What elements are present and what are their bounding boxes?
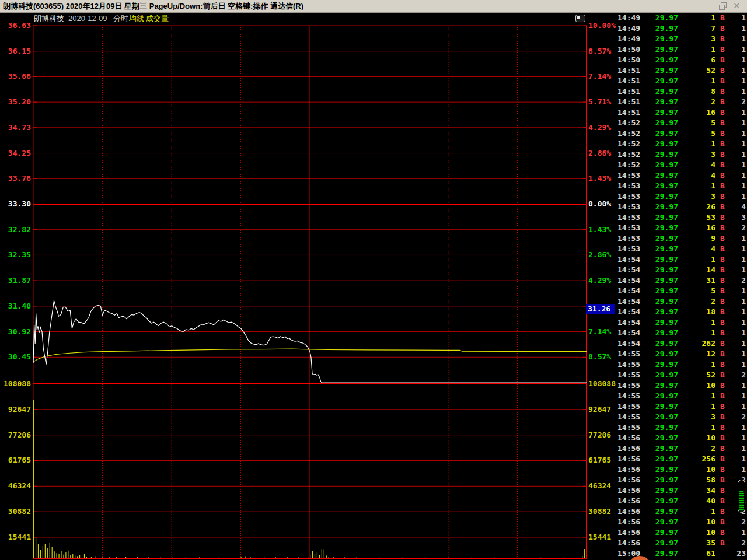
txn-count: 1: [727, 170, 746, 181]
transaction-list[interactable]: 14:4929.971B114:4929.977B114:4929.973B11…: [616, 13, 747, 560]
txn-price: 29.97: [645, 13, 678, 23]
txn-price: 29.97: [645, 443, 678, 454]
txn-volume: 58: [680, 475, 715, 485]
price-axis-label: 34.25: [1, 149, 31, 158]
txn-price: 29.97: [645, 286, 678, 296]
txn-time: 14:56: [617, 496, 642, 506]
txn-time: 14:53: [617, 233, 642, 244]
txn-time: 14:55: [617, 401, 642, 412]
txn-count: 1: [727, 128, 746, 139]
txn-row: 14:5629.9740B1: [616, 496, 747, 506]
txn-time: 14:54: [617, 328, 642, 338]
price-tag: 31.26: [586, 304, 615, 314]
txn-time: 14:51: [617, 76, 642, 86]
txn-count: 2: [727, 223, 746, 233]
txn-price: 29.97: [645, 548, 678, 559]
txn-row: 14:5129.9752B1: [616, 65, 747, 76]
percent-axis-label: 7.14%: [588, 327, 615, 337]
volume-axis-label: 108088: [588, 379, 615, 388]
txn-count: 1: [727, 527, 746, 538]
txn-time: 14:54: [617, 317, 642, 328]
txn-volume: 1: [680, 139, 715, 149]
txn-time: 14:54: [617, 338, 642, 349]
tdx-window: 朗博科技(603655) 2020年12月09日 星期三 PageUp/Down…: [0, 0, 747, 560]
txn-price: 29.97: [645, 202, 678, 212]
txn-time: 14:50: [617, 44, 642, 55]
txn-count: 1: [727, 76, 746, 86]
txn-row: 14:5329.979B1: [616, 233, 747, 244]
txn-count: 1: [727, 265, 746, 275]
txn-count: 1: [727, 107, 746, 118]
txn-time: 14:55: [617, 422, 642, 433]
volume-bar: [564, 558, 564, 558]
volume-bar: [96, 556, 96, 558]
txn-volume: 31: [680, 275, 715, 286]
txn-count: 4: [727, 202, 746, 212]
volume-bar: [77, 556, 78, 558]
txn-price: 29.97: [645, 107, 678, 118]
txn-count: 1: [727, 181, 746, 191]
volume-bar: [218, 557, 218, 558]
volume-bar: [425, 558, 426, 558]
volume-bar: [54, 551, 55, 558]
transaction-scrollbar[interactable]: [738, 480, 745, 513]
timeshare-chart[interactable]: [0, 13, 615, 560]
txn-volume: 1: [680, 181, 715, 191]
restore-window-icon[interactable]: [718, 2, 727, 10]
volume-bar: [40, 550, 41, 558]
volume-bar: [298, 557, 299, 558]
volume-axis-label: 15441: [1, 533, 31, 542]
volume-bar: [33, 400, 34, 558]
price-axis-label: 30.45: [1, 352, 31, 362]
txn-row: 14:5229.971B1: [616, 139, 747, 149]
volume-bar: [494, 558, 495, 558]
txn-price: 29.97: [645, 485, 678, 496]
txn-volume: 16: [680, 107, 715, 118]
txn-volume: 14: [680, 265, 715, 275]
txn-time: 14:49: [617, 13, 642, 23]
txn-row: 14:5529.971B1: [616, 401, 747, 412]
txn-volume: 256: [680, 454, 715, 464]
txn-row: 14:5329.973B1: [616, 191, 747, 202]
txn-price: 29.97: [645, 170, 678, 181]
scrollbar-thumb[interactable]: [739, 491, 744, 512]
txn-volume: 12: [680, 349, 715, 359]
price-axis-label: 33.78: [1, 174, 31, 183]
txn-price: 29.97: [645, 538, 678, 548]
txn-time: 14:54: [617, 265, 642, 275]
txn-row: 14:5329.971B1: [616, 181, 747, 191]
txn-count: 1: [727, 23, 746, 34]
window-title: 朗博科技(603655) 2020年12月09日 星期三 PageUp/Down…: [3, 1, 303, 12]
txn-time: 14:53: [617, 202, 642, 212]
txn-volume: 10: [680, 517, 715, 527]
txn-time: 14:54: [617, 254, 642, 265]
txn-time: 14:52: [617, 149, 642, 160]
percent-axis-label: 2.86%: [588, 149, 615, 158]
txn-time: 14:51: [617, 65, 642, 76]
txn-time: 14:50: [617, 55, 642, 65]
volume-bar: [287, 557, 288, 558]
txn-row: 14:5429.97262B1: [616, 338, 747, 349]
volume-axis-label: 92647: [1, 405, 31, 414]
close-window-icon[interactable]: ✕: [732, 2, 741, 10]
txn-count: 23: [727, 548, 746, 559]
txn-price: 29.97: [645, 160, 678, 170]
price-axis-label: 32.35: [1, 250, 31, 260]
txn-count: 1: [727, 149, 746, 160]
txn-price: 29.97: [645, 464, 678, 475]
txn-volume: 6: [680, 55, 715, 65]
volume-bar: [36, 538, 36, 558]
volume-bar: [319, 555, 320, 558]
txn-volume: 10: [680, 527, 715, 538]
volume-bar: [75, 556, 75, 558]
txn-count: 1: [727, 328, 746, 338]
txn-time: 14:53: [617, 191, 642, 202]
txn-count: 1: [727, 118, 746, 128]
txn-time: 14:56: [617, 454, 642, 464]
txn-count: 1: [727, 307, 746, 317]
volume-bar: [308, 556, 308, 558]
txn-count: 2: [727, 275, 746, 286]
txn-volume: 52: [680, 65, 715, 76]
txn-count: 1: [727, 317, 746, 328]
volume-bar: [448, 558, 449, 558]
